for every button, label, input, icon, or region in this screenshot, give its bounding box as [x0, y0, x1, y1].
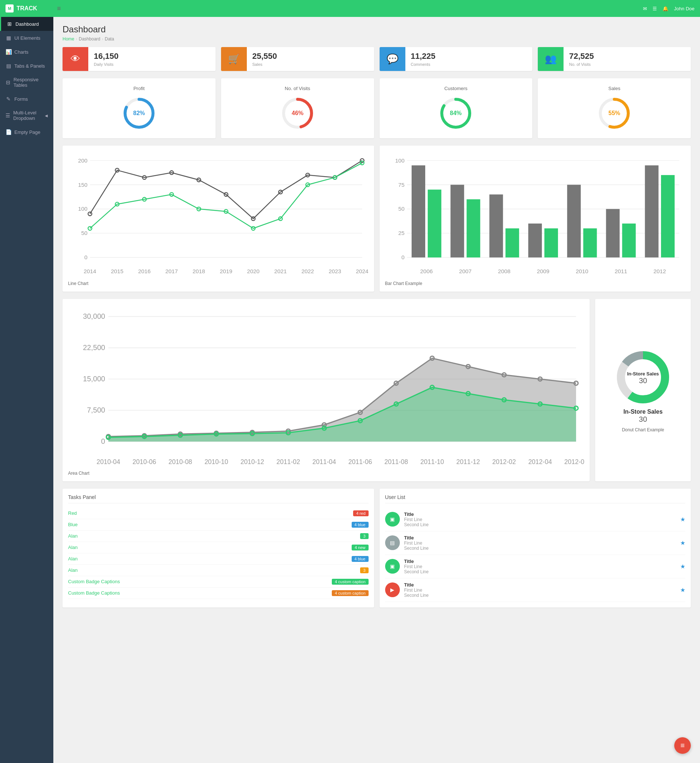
stat-number-sales: 25,550 [252, 51, 277, 61]
donut-chart-title: Donut Chart Example [622, 427, 664, 432]
tasks-panel-title: Tasks Panel [68, 494, 369, 503]
donut-chart-card: In-Store Sales30 In-Store Sales 30 Donut… [595, 299, 691, 481]
svg-rect-70 [466, 199, 480, 257]
bottom-row: Tasks Panel Red 4 red Blue 4 blue Alan 3… [62, 489, 691, 607]
svg-text:2012-04: 2012-04 [528, 458, 552, 465]
task-name[interactable]: Custom Badge Captions [68, 590, 332, 596]
task-item: Custom Badge Captions 4 custom caption [68, 576, 369, 588]
user-avatar: ▣ [385, 512, 400, 527]
hamburger-icon[interactable]: ≡ [57, 5, 61, 12]
circle-title-no-of-visits: No. of Visits [228, 86, 367, 91]
sidebar-item-charts[interactable]: 📊Charts [0, 45, 53, 59]
donut-center-label: In-Store Sales [623, 409, 663, 415]
user-line2: Second Line [404, 522, 681, 527]
tasks-list: Red 4 red Blue 4 blue Alan 3 Alan 4 new … [68, 508, 369, 599]
svg-text:2012-02: 2012-02 [492, 458, 516, 465]
charts-row: 0501001502002014201520162017201820192020… [62, 146, 691, 292]
task-name[interactable]: Alan [68, 533, 360, 539]
svg-text:2021: 2021 [274, 268, 286, 274]
brand-name: TRACK [17, 5, 37, 12]
task-item: Blue 4 blue [68, 519, 369, 531]
user-list-panel: User List ▣ Title First Line Second Line… [380, 489, 691, 607]
user-avatar: ▤ [385, 535, 400, 550]
user-star-icon[interactable]: ★ [680, 516, 685, 523]
svg-text:2011-08: 2011-08 [384, 458, 408, 465]
svg-text:2011-06: 2011-06 [348, 458, 372, 465]
svg-rect-66 [411, 165, 425, 257]
sidebar-item-empty-page[interactable]: 📄Empty Page [0, 125, 53, 139]
task-name[interactable]: Alan [68, 545, 352, 550]
breadcrumb-home[interactable]: Home [62, 36, 74, 42]
user-star-icon[interactable]: ★ [680, 587, 685, 593]
stat-card-sales: 🛒 25,550 Sales [221, 47, 374, 71]
svg-text:75: 75 [398, 182, 404, 188]
bell-button[interactable]: 🔔 [662, 6, 668, 11]
task-name[interactable]: Custom Badge Captions [68, 579, 332, 584]
circle-widget-profit: Profit 82% [62, 78, 216, 138]
user-star-icon[interactable]: ★ [680, 563, 685, 570]
topnav-right: ✉ ☰ 🔔 John Doe [643, 6, 694, 11]
task-item: Alan 3 [68, 565, 369, 576]
svg-rect-85 [661, 175, 675, 257]
sidebar-item-ui-elements[interactable]: ▦UI Elements [0, 31, 53, 45]
stat-card-comments: 💬 11,225 Comments [380, 47, 533, 71]
svg-rect-75 [528, 223, 542, 257]
sidebar-item-tabs-panels[interactable]: ▤Tabs & Panels [0, 59, 53, 73]
task-item: Custom Badge Captions 4 custom caption [68, 588, 369, 599]
svg-text:2012-06: 2012-06 [564, 458, 584, 465]
task-name[interactable]: Red [68, 510, 353, 516]
svg-text:2018: 2018 [193, 268, 205, 274]
sidebar-label-forms: Forms [14, 96, 28, 102]
sidebar-icon-charts: 📊 [6, 49, 11, 55]
stat-card-daily-visits: 👁 16,150 Daily Visits [62, 47, 216, 71]
task-name[interactable]: Blue [68, 522, 352, 527]
svg-text:50: 50 [398, 206, 404, 212]
svg-rect-67 [427, 190, 441, 258]
user-avatar: ▣ [385, 559, 400, 574]
area-chart-title: Area Chart [68, 471, 584, 476]
sidebar-label-tabs-panels: Tabs & Panels [14, 63, 45, 69]
svg-text:25: 25 [398, 230, 404, 236]
sidebar-label-empty-page: Empty Page [14, 130, 41, 135]
svg-point-54 [360, 161, 364, 165]
circle-widget-sales: Sales 55% [538, 78, 691, 138]
svg-text:22,500: 22,500 [83, 344, 105, 352]
svg-text:84%: 84% [450, 110, 462, 116]
sidebar-item-responsive-tables[interactable]: ⊟Responsive Tables [0, 73, 53, 92]
svg-rect-81 [606, 209, 619, 257]
fab-button[interactable]: ≡ [674, 737, 691, 754]
user-star-icon[interactable]: ★ [680, 540, 685, 546]
task-name[interactable]: Alan [68, 556, 352, 562]
svg-text:200: 200 [78, 158, 88, 164]
list-button[interactable]: ☰ [653, 6, 657, 11]
task-item: Red 4 red [68, 508, 369, 519]
sidebar-icon-multi-level: ☰ [6, 112, 10, 119]
svg-rect-79 [583, 228, 597, 257]
stat-icon-visits: 👥 [538, 47, 564, 71]
area-chart-svg: 07,50015,00022,50030,0002010-042010-0620… [68, 304, 584, 465]
circle-widget-customers: Customers 84% [380, 78, 533, 138]
area-chart-card: 07,50015,00022,50030,0002010-042010-0620… [62, 299, 590, 481]
mail-button[interactable]: ✉ [643, 6, 647, 11]
svg-text:2011-04: 2011-04 [312, 458, 336, 465]
area-row: 07,50015,00022,50030,0002010-042010-0620… [62, 299, 691, 481]
task-badge: 3 [360, 567, 368, 573]
svg-text:0: 0 [84, 254, 88, 261]
breadcrumb-dashboard: Dashboard [79, 36, 100, 42]
stat-label-daily-visits: Daily Visits [94, 62, 119, 67]
svg-text:30: 30 [639, 376, 647, 385]
line-chart-card: 0501001502002014201520162017201820192020… [62, 146, 374, 292]
sidebar-item-forms[interactable]: ✎Forms [0, 92, 53, 106]
svg-rect-82 [622, 223, 636, 257]
sidebar-item-dashboard[interactable]: ⊞Dashboard [0, 17, 53, 31]
svg-rect-84 [645, 165, 658, 257]
svg-text:2020: 2020 [247, 268, 259, 274]
svg-text:46%: 46% [292, 110, 303, 116]
stat-label-visits: No. of Visits [569, 62, 594, 67]
task-item: Alan 3 [68, 531, 369, 542]
svg-text:2015: 2015 [111, 268, 123, 274]
user-menu[interactable]: John Doe [674, 6, 694, 11]
svg-point-44 [88, 226, 92, 230]
sidebar-item-multi-level[interactable]: ☰Multi-Level Dropdown◀ [0, 106, 53, 125]
task-name[interactable]: Alan [68, 567, 360, 573]
